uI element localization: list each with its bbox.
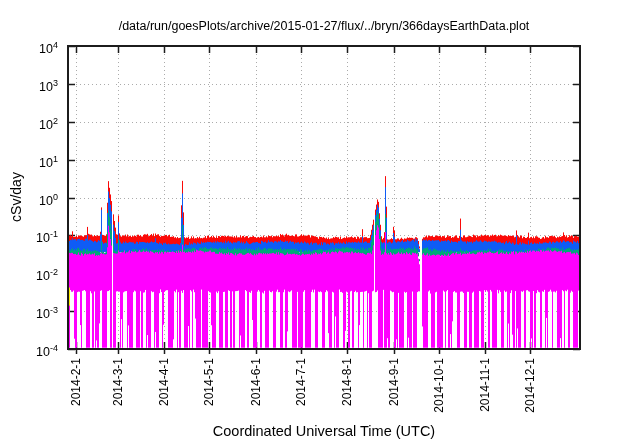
x-tick-label: 2014-11-1 (478, 358, 492, 412)
y-tick-label: 10-3 (0, 303, 58, 321)
y-tick-label: 10-4 (0, 341, 58, 359)
y-tick-label: 104 (0, 38, 58, 56)
y-tick-label: 10-2 (0, 265, 58, 283)
y-tick-label: 100 (0, 190, 58, 208)
x-tick-label: 2014-2-1 (69, 358, 83, 406)
x-axis-label: Coordinated Universal Time (UTC) (68, 423, 580, 439)
x-tick-label: 2014-9-1 (387, 358, 401, 406)
x-tick-label: 2014-12-1 (523, 358, 537, 413)
y-tick-label: 102 (0, 114, 58, 132)
x-tick-label: 2014-6-1 (249, 358, 263, 406)
goes-plot-window: /data/run/goesPlots/archive/2015-01-27/f… (0, 0, 640, 448)
plot-title: /data/run/goesPlots/archive/2015-01-27/f… (68, 19, 580, 33)
chart-canvas (0, 0, 640, 448)
x-tick-label: 2014-5-1 (202, 358, 216, 406)
x-tick-label: 2014-3-1 (111, 358, 125, 406)
y-tick-label: 103 (0, 76, 58, 94)
y-tick-label: 101 (0, 152, 58, 170)
y-tick-label: 10-1 (0, 227, 58, 245)
x-tick-label: 2014-4-1 (157, 358, 171, 406)
x-tick-label: 2014-8-1 (340, 358, 354, 406)
x-tick-label: 2014-7-1 (294, 358, 308, 406)
x-tick-label: 2014-10-1 (432, 358, 446, 413)
